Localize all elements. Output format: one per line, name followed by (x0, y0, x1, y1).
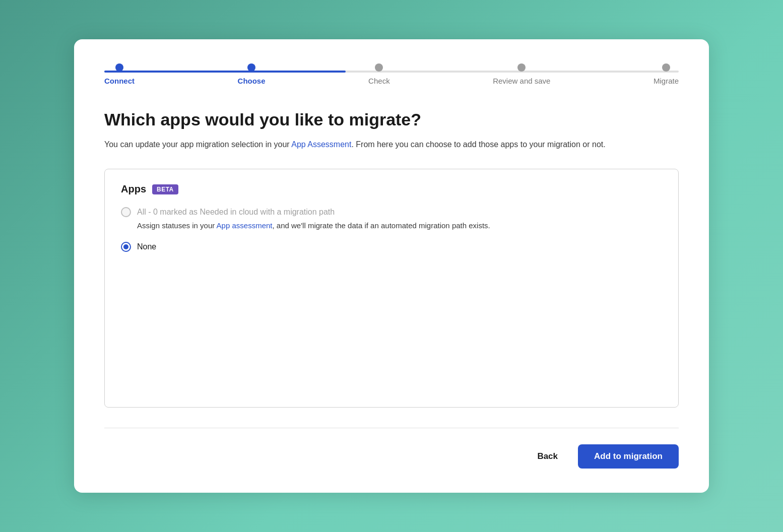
radio-subdesc-all-text1: Assign statuses in your (137, 221, 217, 230)
radio-circle-none[interactable] (121, 242, 131, 252)
step-choose-dot (247, 63, 255, 72)
step-migrate-label: Migrate (654, 77, 679, 85)
page-title: Which apps would you like to migrate? (104, 109, 679, 130)
step-review: Review and save (493, 63, 550, 85)
step-check: Check (368, 63, 390, 85)
page-description: You can update your app migration select… (104, 138, 679, 151)
step-migrate: Migrate (654, 63, 679, 85)
radio-subdesc-all: Assign statuses in your App assessment, … (137, 220, 662, 232)
step-check-label: Check (368, 77, 390, 85)
radio-option-none[interactable]: None (121, 242, 662, 252)
back-button[interactable]: Back (525, 445, 570, 468)
radio-label-all: All - 0 marked as Needed in cloud with a… (137, 208, 335, 217)
radio-option-all[interactable]: All - 0 marked as Needed in cloud with a… (121, 207, 662, 232)
step-check-dot (375, 63, 383, 72)
modal-container: Connect Choose Check Review and save Mig… (74, 39, 709, 493)
description-text-1: You can update your app migration select… (104, 140, 291, 149)
radio-row-none[interactable]: None (121, 242, 662, 252)
apps-card-header: Apps BETA (121, 183, 662, 195)
step-connect-dot (115, 63, 123, 72)
app-assessment-link-2[interactable]: App assessment (217, 221, 273, 230)
radio-subdesc-all-text2: , and we'll migrate the data if an autom… (272, 221, 490, 230)
description-text-2: . From here you can choose to add those … (351, 140, 605, 149)
apps-card: Apps BETA All - 0 marked as Needed in cl… (104, 169, 679, 408)
radio-row-all[interactable]: All - 0 marked as Needed in cloud with a… (121, 207, 662, 217)
step-connect-label: Connect (104, 77, 135, 85)
add-to-migration-button[interactable]: Add to migration (578, 444, 679, 469)
step-review-label: Review and save (493, 77, 550, 85)
step-choose: Choose (238, 63, 266, 85)
stepper-steps: Connect Choose Check Review and save Mig… (104, 63, 679, 85)
radio-label-none: None (137, 242, 156, 251)
radio-circle-all[interactable] (121, 207, 131, 217)
footer-divider (104, 428, 679, 428)
step-migrate-dot (662, 63, 670, 72)
step-choose-label: Choose (238, 77, 266, 85)
apps-card-title: Apps (121, 183, 146, 195)
step-connect: Connect (104, 63, 135, 85)
footer: Back Add to migration (104, 444, 679, 469)
step-review-dot (517, 63, 526, 72)
app-assessment-link[interactable]: App Assessment (291, 140, 351, 149)
beta-badge: BETA (152, 184, 178, 194)
stepper: Connect Choose Check Review and save Mig… (104, 63, 679, 85)
